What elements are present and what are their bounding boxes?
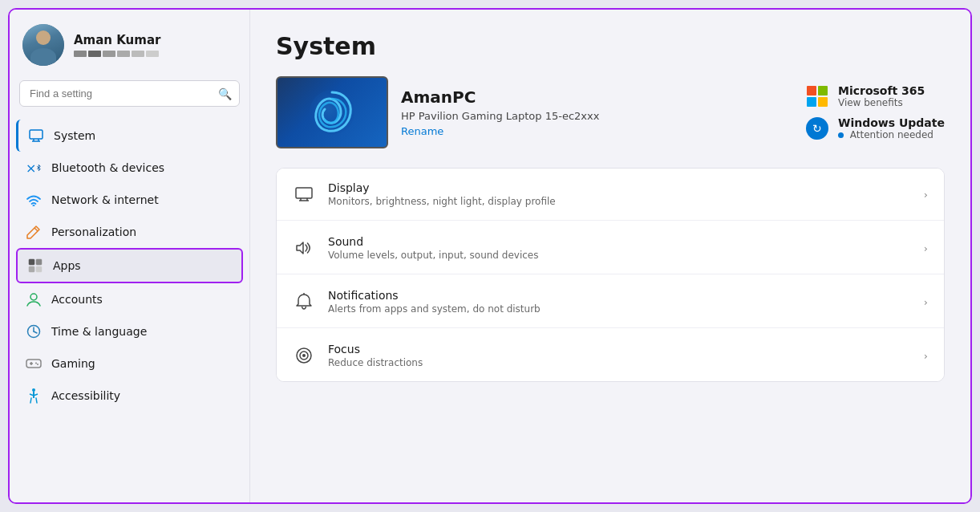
user-profile[interactable]: Aman Kumar (10, 24, 249, 80)
sidebar-item-network[interactable]: Network & internet (16, 184, 243, 216)
svg-line-13 (34, 331, 37, 333)
update-subtitle-text: Attention needed (850, 129, 933, 140)
ms365-icon (804, 83, 830, 109)
sidebar-item-label-gaming: Gaming (51, 357, 95, 370)
notifications-title: Notifications (328, 289, 911, 302)
display-icon (293, 183, 315, 205)
svg-point-20 (32, 388, 35, 392)
display-title: Display (328, 181, 911, 194)
sidebar-item-label-network: Network & internet (51, 193, 159, 206)
display-desc: Monitors, brightness, night light, displ… (328, 196, 911, 207)
computer-model: HP Pavilion Gaming Laptop 15-ec2xxx (401, 110, 599, 122)
sound-title: Sound (328, 235, 911, 248)
focus-text: Focus Reduce distractions (328, 343, 911, 368)
color-block-6 (146, 51, 159, 57)
sidebar-item-accounts[interactable]: Accounts (16, 283, 243, 315)
svg-rect-6 (29, 259, 34, 265)
search-input[interactable] (19, 80, 240, 107)
ms365-red (807, 86, 816, 95)
display-text: Display Monitors, brightness, night ligh… (328, 181, 911, 207)
user-color-bar (74, 51, 160, 57)
ms365-blue (807, 97, 816, 107)
svg-line-5 (34, 228, 38, 231)
settings-window: Aman Kumar 🔍 (8, 8, 972, 504)
setting-notifications[interactable]: Notifications Alerts from apps and syste… (277, 276, 944, 328)
setting-sound[interactable]: Sound Volume levels, output, input, soun… (277, 222, 944, 274)
computer-details: AmanPC HP Pavilion Gaming Laptop 15-ec2x… (401, 87, 599, 137)
focus-chevron: › (924, 350, 928, 362)
sidebar-item-label-accessibility: Accessibility (51, 389, 120, 402)
bluetooth-icon: ⨯ (26, 160, 42, 176)
svg-rect-0 (30, 130, 43, 139)
sidebar-item-apps[interactable]: Apps (16, 248, 243, 283)
settings-list: Display Monitors, brightness, night ligh… (276, 168, 945, 382)
display-chevron: › (924, 189, 928, 201)
search-icon: 🔍 (218, 87, 232, 100)
user-name: Aman Kumar (74, 33, 160, 47)
ms365-title: Microsoft 365 (838, 84, 925, 97)
color-block-1 (74, 51, 87, 57)
user-info: Aman Kumar (74, 33, 160, 57)
svg-point-18 (35, 363, 37, 364)
sound-chevron: › (924, 242, 928, 254)
rename-link[interactable]: Rename (401, 125, 599, 137)
sidebar-item-label-bluetooth: Bluetooth & devices (51, 161, 164, 174)
svg-rect-23 (296, 188, 312, 198)
sound-desc: Volume levels, output, input, sound devi… (328, 250, 911, 261)
setting-focus[interactable]: Focus Reduce distractions › (277, 330, 944, 381)
computer-name: AmanPC (401, 87, 599, 107)
ms365-yellow (818, 97, 828, 107)
top-right-widgets: Microsoft 365 View benefits ↻ Windows Up… (804, 83, 945, 141)
sidebar: Aman Kumar 🔍 (10, 10, 250, 502)
svg-rect-7 (36, 259, 42, 265)
main-content: System (250, 10, 970, 502)
ms365-subtitle: View benefits (838, 97, 925, 108)
search-box: 🔍 (19, 80, 240, 107)
svg-point-19 (37, 364, 38, 365)
windows-update-widget[interactable]: ↻ Windows Update Attention needed (804, 116, 945, 141)
page-title: System (276, 32, 945, 60)
focus-desc: Reduce distractions (328, 357, 911, 368)
attention-dot (838, 132, 844, 138)
account-icon (26, 291, 42, 307)
ms365-widget[interactable]: Microsoft 365 View benefits (804, 83, 925, 109)
sidebar-item-gaming[interactable]: Gaming (16, 347, 243, 380)
update-text: Windows Update Attention needed (838, 116, 945, 140)
notifications-text: Notifications Alerts from apps and syste… (328, 289, 911, 315)
computer-info: AmanPC HP Pavilion Gaming Laptop 15-ec2x… (276, 76, 599, 148)
svg-marker-27 (297, 242, 303, 254)
sidebar-item-label-personalization: Personalization (51, 226, 136, 238)
sidebar-item-label-system: System (54, 129, 95, 142)
sidebar-item-system[interactable]: System (16, 120, 243, 152)
ms365-text: Microsoft 365 View benefits (838, 84, 925, 108)
sound-text: Sound Volume levels, output, input, soun… (328, 235, 911, 261)
sidebar-item-personalization[interactable]: Personalization (16, 216, 243, 248)
update-title: Windows Update (838, 116, 945, 129)
notifications-desc: Alerts from apps and system, do not dist… (328, 303, 911, 315)
color-block-3 (103, 51, 115, 57)
update-icon: ↻ (806, 117, 828, 140)
time-icon (26, 323, 42, 339)
notifications-chevron: › (924, 296, 928, 308)
sound-icon (293, 237, 315, 259)
monitor-icon (28, 128, 44, 144)
sidebar-item-accessibility[interactable]: Accessibility (16, 380, 243, 412)
update-icon-container: ↻ (804, 116, 830, 141)
sidebar-item-label-time: Time & language (51, 325, 147, 338)
notifications-icon (293, 291, 315, 313)
sidebar-item-bluetooth[interactable]: ⨯ Bluetooth & devices (16, 152, 243, 184)
computer-thumbnail (276, 76, 388, 148)
sidebar-item-time[interactable]: Time & language (16, 315, 243, 347)
avatar (22, 24, 64, 66)
svg-point-10 (30, 294, 37, 300)
pencil-icon (26, 224, 42, 240)
svg-rect-8 (29, 266, 34, 272)
apps-icon (27, 258, 43, 274)
setting-display[interactable]: Display Monitors, brightness, night ligh… (277, 169, 944, 221)
svg-point-30 (302, 354, 306, 357)
update-subtitle: Attention needed (838, 129, 945, 140)
svg-rect-14 (26, 360, 41, 368)
accessibility-icon (26, 388, 42, 404)
sidebar-item-label-apps: Apps (53, 259, 81, 272)
ms365-green (818, 86, 828, 95)
